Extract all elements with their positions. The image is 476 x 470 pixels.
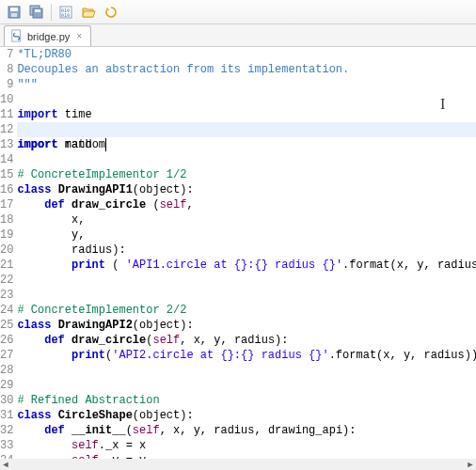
code-line[interactable] (17, 363, 476, 378)
token-kw: print (71, 349, 105, 362)
code-line[interactable]: import math (17, 137, 476, 152)
code-line[interactable]: # ConcreteImplementor 2/2 (17, 303, 476, 318)
token-name: ( (133, 319, 139, 332)
save-icon[interactable] (4, 2, 24, 23)
text-caret (105, 138, 106, 151)
token-name: ): (180, 319, 193, 332)
scroll-left-icon[interactable]: ◄ (0, 459, 11, 470)
code-line[interactable]: *TL;DR80 (17, 47, 476, 62)
toolbar: 010010 (0, 0, 476, 24)
code-line[interactable]: print ( 'API1.circle at {}:{} radius {}'… (17, 258, 476, 273)
code-line[interactable]: def draw_circle (self, (17, 197, 476, 212)
token-name: , x, y, radius, drawing_api): (160, 424, 357, 437)
code-area[interactable]: *TL;DR80Decouples an abstraction from it… (17, 47, 476, 459)
code-line[interactable]: radius): (17, 243, 476, 258)
token-name: radius): (17, 243, 125, 257)
token-kw: def (44, 424, 65, 437)
token-name: ( (146, 198, 159, 212)
code-line[interactable] (17, 92, 476, 107)
scroll-right-icon[interactable]: ► (465, 459, 476, 470)
line-number: 30 (0, 393, 13, 408)
tab-bridge-py[interactable]: bridge.py × (4, 25, 91, 46)
line-number: 23 (0, 288, 13, 303)
code-line[interactable]: """ (17, 77, 476, 92)
code-editor[interactable]: 7891011121314151617181920212223242526272… (0, 47, 476, 459)
line-number: 10 (0, 92, 13, 107)
token-name: x, (17, 213, 85, 227)
svg-rect-2 (11, 13, 17, 17)
line-number: 26 (0, 333, 13, 348)
token-name: ): (180, 409, 193, 422)
code-line[interactable]: class DrawingAPI2(object): (17, 318, 476, 333)
token-func: CircleShape (58, 409, 133, 422)
token-name: ._y = y (99, 454, 146, 459)
svg-point-10 (14, 32, 15, 33)
token-name (65, 198, 71, 212)
token-kw: class (17, 183, 51, 196)
code-line[interactable] (17, 288, 476, 303)
svg-rect-1 (10, 8, 18, 11)
line-number: 11 (0, 107, 13, 122)
code-line[interactable]: print('API2.circle at {}:{} radius {}'.f… (17, 348, 476, 363)
token-str: 'API1.circle at {}:{} radius {}' (126, 258, 342, 272)
token-name: ( (126, 424, 133, 437)
token-name: ( (133, 409, 139, 422)
line-number: 25 (0, 318, 13, 333)
code-line[interactable]: # Refined Abstraction (17, 393, 476, 408)
line-number: 33 (0, 438, 13, 453)
token-name: time (58, 108, 92, 121)
code-line[interactable]: x, (17, 212, 476, 227)
token-kw: class (17, 409, 51, 422)
token-name: ( (133, 183, 139, 196)
token-comment: # Refined Abstraction (17, 394, 159, 407)
code-line[interactable]: # ConcreteImplementor 1/2 (17, 167, 476, 182)
token-name: .format(x, y, radius (342, 258, 476, 272)
line-number: 17 (0, 197, 13, 212)
code-line[interactable]: class DrawingAPI1(object): (17, 182, 476, 197)
code-line[interactable] (17, 378, 476, 393)
line-number: 19 (0, 227, 13, 243)
code-line[interactable] (17, 152, 476, 167)
code-line[interactable] (17, 273, 476, 288)
token-doc: *TL;DR80 (17, 48, 71, 61)
code-line[interactable]: class CircleShape(object): (17, 408, 476, 423)
token-doc: Decouples an abstraction from its implem… (17, 63, 349, 76)
svg-rect-5 (35, 9, 40, 12)
code-line[interactable]: self._x = x (17, 438, 476, 453)
token-name: .format(x, y, radius)) (329, 349, 476, 362)
tab-label: bridge.py (27, 31, 70, 42)
code-line[interactable]: import random (17, 122, 476, 137)
close-icon[interactable]: × (73, 31, 85, 42)
token-name: , (186, 198, 193, 212)
token-doc: """ (17, 78, 38, 91)
token-self: self (160, 198, 187, 212)
line-number: 8 (0, 62, 13, 77)
save-all-icon[interactable] (26, 2, 47, 23)
line-number: 20 (0, 243, 13, 258)
line-number: 14 (0, 152, 13, 167)
token-name (17, 258, 71, 272)
horizontal-scrollbar[interactable]: ◄ ► (0, 459, 476, 470)
binary-view-icon[interactable]: 010010 (56, 2, 76, 23)
token-name (17, 349, 71, 362)
line-number: 21 (0, 258, 13, 273)
token-name (17, 334, 44, 347)
token-self: self (71, 454, 99, 459)
token-func: draw_circle (71, 198, 146, 212)
token-name (65, 334, 71, 347)
folder-open-icon[interactable] (78, 2, 99, 23)
code-line[interactable]: def draw_circle(self, x, y, radius): (17, 333, 476, 348)
refresh-icon[interactable] (101, 2, 121, 23)
line-number: 32 (0, 423, 13, 438)
token-name: object (139, 319, 180, 332)
code-line[interactable]: def __init__(self, x, y, radius, drawing… (17, 423, 476, 438)
token-kw: print (71, 258, 105, 272)
code-line[interactable]: import time (17, 107, 476, 122)
line-number: 7 (0, 47, 13, 62)
code-line[interactable]: y, (17, 227, 476, 243)
token-name (65, 424, 71, 437)
line-number: 18 (0, 212, 13, 227)
token-name (51, 183, 57, 196)
scroll-track[interactable] (11, 459, 465, 470)
code-line[interactable]: Decouples an abstraction from its implem… (17, 62, 476, 77)
